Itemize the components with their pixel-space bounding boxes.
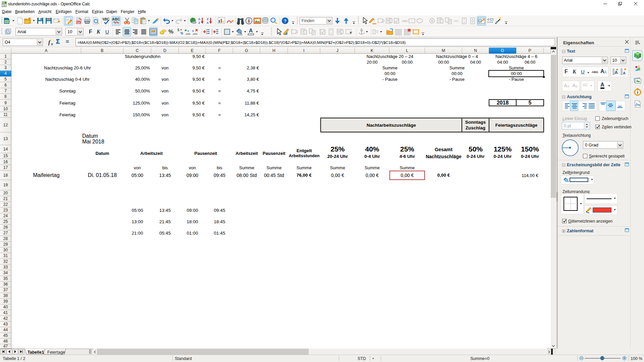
svg-text:A: A (614, 70, 618, 75)
svg-text:Z: Z (198, 21, 200, 24)
svg-text:%: % (180, 32, 183, 35)
svg-text:fx: fx (636, 102, 639, 106)
svg-text:PDF: PDF (76, 21, 81, 23)
svg-text:ABC: ABC (454, 19, 460, 22)
svg-text:A: A (623, 71, 626, 75)
svg-text:x: x (51, 42, 53, 46)
svg-text:ABC: ABC (401, 19, 408, 23)
svg-text:A: A (207, 21, 209, 24)
svg-text:0: 0 (192, 29, 194, 33)
svg-text:Z: Z (207, 17, 209, 21)
svg-text:N: N (637, 88, 638, 90)
svg-text:,000: ,000 (185, 33, 191, 36)
svg-text:*.: *. (411, 19, 413, 22)
svg-text:f: f (48, 40, 51, 46)
svg-text:?: ? (284, 18, 286, 23)
svg-text:0: 0 (187, 29, 189, 33)
svg-text:A: A (198, 17, 201, 21)
svg-text:$: $ (177, 28, 179, 32)
svg-text:ABC: ABC (112, 17, 120, 21)
svg-text:,000: ,000 (192, 33, 198, 36)
